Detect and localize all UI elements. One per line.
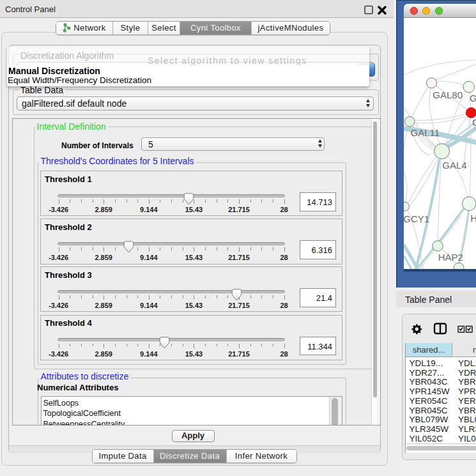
svg-text:GA: GA (470, 93, 476, 104)
svg-text:GAL80: GAL80 (433, 89, 463, 100)
svg-text:C: C (472, 117, 476, 128)
svg-text:GAL4: GAL4 (442, 160, 466, 171)
svg-text:HAP2: HAP2 (438, 252, 463, 263)
svg-text:GAL11: GAL11 (410, 127, 440, 138)
svg-text:GCY1: GCY1 (404, 213, 429, 224)
svg-text:HA: HA (470, 212, 476, 223)
